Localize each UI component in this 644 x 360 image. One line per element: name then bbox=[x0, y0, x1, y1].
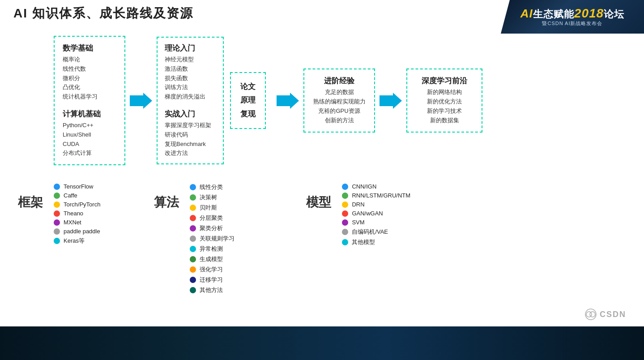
algorithm-section: 算法 线性分类 决策树 贝叶斯 分层聚类 bbox=[154, 180, 235, 294]
adv-item-2: 充裕的GPU资源 bbox=[311, 107, 367, 116]
computer-item-1: Linux/Shell bbox=[63, 130, 116, 140]
theory-item-1: 激活函数 bbox=[165, 64, 216, 74]
algo-dot-7 bbox=[190, 256, 196, 262]
computer-section: 计算机基础 Python/C++ Linux/Shell CUDA 分布式计算 bbox=[63, 109, 116, 158]
framework-item-6: Keras等 bbox=[54, 237, 100, 245]
computer-item-2: CUDA bbox=[63, 140, 116, 149]
algo-name-9: 迁移学习 bbox=[200, 276, 223, 284]
framework-item-3: Theano bbox=[54, 210, 100, 217]
arrow-1 bbox=[130, 93, 152, 109]
box-deep: 深度学习前沿 新的网络结构 新的优化方法 新的学习技术 新的数据集 bbox=[406, 69, 482, 132]
model-dot-5 bbox=[342, 229, 348, 235]
paper-text: 论文 原理 复现 bbox=[240, 80, 256, 121]
framework-dot-2 bbox=[54, 201, 60, 208]
practice-item-2: 复现Benchmark bbox=[165, 140, 216, 149]
practice-title: 实战入门 bbox=[165, 109, 216, 119]
model-item-1: RNN/LSTM/GRU/NTM bbox=[342, 192, 410, 199]
algo-dot-4 bbox=[190, 225, 196, 231]
algo-name-10: 其他方法 bbox=[200, 286, 223, 294]
paper-line-1: 原理 bbox=[240, 94, 256, 107]
framework-section: 框架 TensorFlow Caffe Torch/PyTorch Theano bbox=[18, 180, 100, 245]
math-item-1: 线性代数 bbox=[63, 64, 116, 74]
theory-title: 理论入门 bbox=[165, 43, 216, 53]
algo-name-2: 贝叶斯 bbox=[200, 204, 217, 212]
flow-area: 数学基础 概率论 线性代数 微积分 凸优化 统计机器学习 计算机基础 Pytho… bbox=[9, 31, 635, 170]
framework-item-5: paddle paddle bbox=[54, 228, 100, 235]
framework-item-1: Caffe bbox=[54, 192, 100, 199]
framework-name-1: Caffe bbox=[64, 192, 77, 199]
csdn-logo-icon bbox=[584, 308, 597, 321]
box-paper: 论文 原理 复现 bbox=[230, 72, 266, 129]
algo-item-2: 贝叶斯 bbox=[190, 204, 235, 212]
theory-item-4: 梯度的消失溢出 bbox=[165, 92, 216, 102]
legend-area: 框架 TensorFlow Caffe Torch/PyTorch Theano bbox=[9, 176, 635, 294]
algo-dot-2 bbox=[190, 205, 196, 211]
model-name-5: 自编码机/VAE bbox=[352, 228, 388, 236]
algo-item-10: 其他方法 bbox=[190, 286, 235, 294]
algo-dot-3 bbox=[190, 215, 196, 221]
framework-dot-5 bbox=[54, 228, 60, 235]
model-item-2: DRN bbox=[342, 201, 410, 208]
model-name-2: DRN bbox=[352, 201, 364, 208]
logo-ai: AI bbox=[520, 7, 533, 20]
framework-dot-4 bbox=[54, 219, 60, 226]
framework-name-4: MXNet bbox=[64, 219, 81, 226]
algo-dot-9 bbox=[190, 277, 196, 283]
framework-dot-0 bbox=[54, 184, 60, 190]
deep-item-0: 新的网络结构 bbox=[414, 88, 474, 97]
model-dot-6 bbox=[342, 239, 348, 245]
logo-suffix: 论坛 bbox=[604, 9, 624, 20]
deep-item-3: 新的数据集 bbox=[414, 116, 474, 125]
computer-item-0: Python/C++ bbox=[63, 121, 116, 130]
algo-item-7: 生成模型 bbox=[190, 255, 235, 263]
practice-section: 实战入门 掌握深度学习框架 研读代码 复现Benchmark 改进方法 bbox=[165, 109, 216, 158]
framework-name-2: Torch/PyTorch bbox=[64, 201, 100, 208]
paper-line-0: 论文 bbox=[240, 80, 256, 94]
logo-tagline: 生态赋能 bbox=[533, 9, 574, 20]
top-right-logo: AI生态赋能2018论坛 暨CSDN AI新战略发布会 bbox=[501, 0, 644, 34]
model-item-6: 其他模型 bbox=[342, 238, 410, 246]
model-dot-2 bbox=[342, 201, 348, 208]
algo-item-8: 强化学习 bbox=[190, 266, 235, 274]
algo-dot-8 bbox=[190, 266, 196, 273]
algo-name-8: 强化学习 bbox=[200, 266, 223, 274]
framework-dot-1 bbox=[54, 193, 60, 199]
model-dot-0 bbox=[342, 184, 348, 190]
math-item-2: 微积分 bbox=[63, 74, 116, 83]
model-name-6: 其他模型 bbox=[352, 238, 375, 246]
framework-item-2: Torch/PyTorch bbox=[54, 201, 100, 208]
algo-item-5: 关联规则学习 bbox=[190, 235, 235, 243]
math-title: 数学基础 bbox=[63, 43, 116, 53]
model-name-3: GAN/wGAN bbox=[352, 210, 383, 217]
algo-dot-1 bbox=[190, 194, 196, 201]
model-label: 模型 bbox=[306, 180, 337, 211]
algo-item-1: 决策树 bbox=[190, 193, 235, 201]
logo-subtitle: 暨CSDN AI新战略发布会 bbox=[542, 20, 602, 27]
framework-dot-6 bbox=[54, 238, 60, 244]
algo-item-9: 迁移学习 bbox=[190, 276, 235, 284]
math-item-4: 统计机器学习 bbox=[63, 92, 116, 102]
svg-marker-2 bbox=[380, 93, 402, 109]
framework-name-3: Theano bbox=[64, 210, 83, 217]
model-name-1: RNN/LSTM/GRU/NTM bbox=[352, 192, 410, 199]
arrow-2 bbox=[277, 93, 299, 109]
svg-point-5 bbox=[590, 312, 595, 317]
model-item-5: 自编码机/VAE bbox=[342, 228, 410, 236]
main-content: 数学基础 概率论 线性代数 微积分 凸优化 统计机器学习 计算机基础 Pytho… bbox=[0, 27, 644, 324]
algo-name-7: 生成模型 bbox=[200, 255, 223, 263]
adv-item-1: 熟练的编程实现能力 bbox=[311, 97, 367, 107]
csdn-text: CSDN bbox=[600, 310, 626, 319]
model-list: CNN/IGN RNN/LSTM/GRU/NTM DRN GAN/wGAN SV… bbox=[342, 180, 410, 246]
theory-item-3: 训练方法 bbox=[165, 83, 216, 92]
framework-label: 框架 bbox=[18, 180, 49, 211]
svg-point-3 bbox=[585, 309, 596, 320]
algo-item-6: 异常检测 bbox=[190, 245, 235, 253]
algo-item-0: 线性分类 bbox=[190, 183, 235, 191]
computer-title: 计算机基础 bbox=[63, 109, 116, 119]
deep-item-2: 新的学习技术 bbox=[414, 107, 474, 116]
advanced-title: 进阶经验 bbox=[311, 76, 367, 86]
model-dot-4 bbox=[342, 219, 348, 226]
algo-name-1: 决策树 bbox=[200, 193, 217, 201]
computer-item-3: 分布式计算 bbox=[63, 149, 116, 158]
algo-name-0: 线性分类 bbox=[200, 183, 223, 191]
